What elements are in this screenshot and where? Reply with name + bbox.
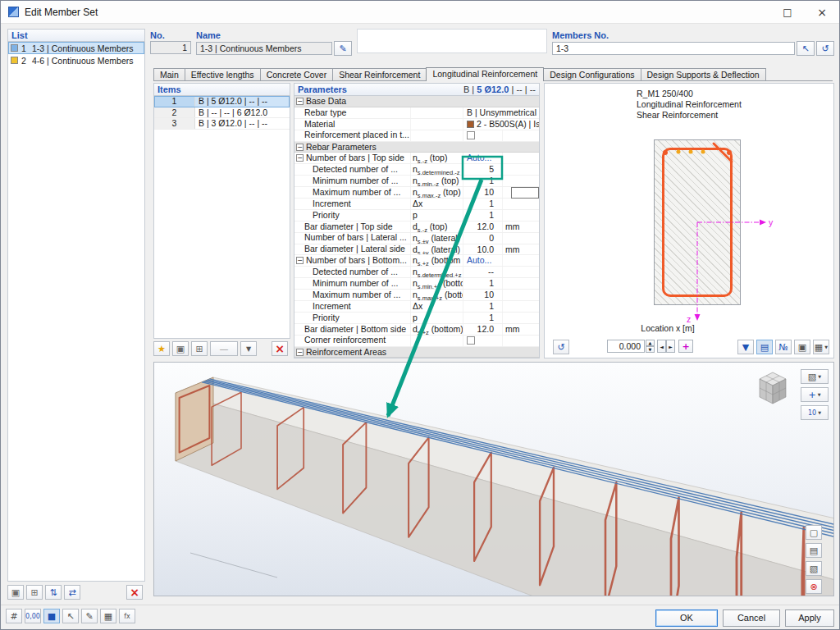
collapse-icon[interactable]: − <box>296 154 304 162</box>
apply-button[interactable]: Apply <box>785 609 834 627</box>
coordinate-systems-button[interactable]: +▼ <box>801 387 829 402</box>
ok-button[interactable]: OK <box>655 609 718 627</box>
parameter-row[interactable]: Number of bars | Lateral ...ns,±y (later… <box>294 233 539 244</box>
numbering-button[interactable]: № <box>775 340 792 354</box>
parameter-row[interactable]: IncrementΔx1 <box>294 199 539 210</box>
formula-button[interactable]: fx <box>119 609 135 623</box>
display-properties-button[interactable]: ▧▼ <box>801 369 829 384</box>
location-step-forward[interactable]: ► <box>666 340 675 353</box>
result-tables-button[interactable]: ▦ <box>100 609 116 623</box>
item-row[interactable]: 1B | 5 Ø12.0 | -- | -- <box>154 96 290 107</box>
clipping-box-button[interactable]: ▧ <box>806 561 822 576</box>
print-3d-button[interactable]: ▤ <box>806 543 822 558</box>
tab-design-configurations[interactable]: Design Configurations <box>543 68 641 80</box>
view-settings-button[interactable]: ▤ <box>756 340 773 354</box>
location-step-back[interactable]: ◄ <box>657 340 666 353</box>
close-button[interactable]: × <box>805 1 839 24</box>
parameter-section[interactable]: −Rebar Parameters <box>294 142 539 153</box>
parameter-row[interactable]: Material2 - B500S(A) | Is... <box>294 119 539 130</box>
parameter-row[interactable]: Maximum number of ...ns,max,+z (bottom)1… <box>294 290 539 301</box>
extend-item-button[interactable]: — <box>210 341 238 356</box>
parameter-value[interactable]: Auto... <box>463 153 503 163</box>
list-entry[interactable]: 11-3 | Continuous Members <box>8 42 144 54</box>
cancel-button[interactable]: Cancel <box>723 609 780 627</box>
pin-location-button[interactable]: + <box>678 340 693 353</box>
parameter-value[interactable]: 2 - B500S(A) | Is... <box>463 119 539 130</box>
reset-members-button[interactable]: ↺ <box>816 41 834 56</box>
parameter-row[interactable]: Minimum number of ...ns,min,-z (top)1 <box>294 176 539 187</box>
delete-entry-button[interactable]: × <box>126 585 143 600</box>
location-spin-up[interactable]: ▲ <box>646 340 655 346</box>
parameter-value[interactable]: Auto... <box>463 255 503 266</box>
tab-main[interactable]: Main <box>153 68 185 80</box>
tab-effective-lengths[interactable]: Effective lengths <box>185 68 261 80</box>
section-preview-panel[interactable]: R_M1 250/400 Longitudinal Reinforcement … <box>544 83 834 358</box>
members-no-field[interactable]: 1-3 <box>552 42 795 55</box>
parameter-row[interactable]: Corner reinforcement <box>294 336 539 347</box>
items-more-button[interactable]: ▼ <box>240 341 257 356</box>
parameter-value[interactable]: 0 <box>463 233 503 244</box>
parameter-value[interactable]: 1 <box>463 210 503 221</box>
parameter-row[interactable]: Maximum number of ...ns,max,-z (top)10 <box>294 187 539 199</box>
edit-tool-button[interactable]: ✎ <box>81 609 98 623</box>
parameter-row[interactable]: −Number of bars | Top sidens,-z (top)Aut… <box>294 153 539 164</box>
print-graphic-button[interactable]: ▦▼ <box>813 340 829 354</box>
new-item-button[interactable]: ★ <box>153 341 170 356</box>
parameter-row[interactable]: IncrementΔx1 <box>294 301 539 313</box>
tab-longitudinal-reinforcement[interactable]: Longitudinal Reinforcement <box>426 67 544 81</box>
copy-graphic-button[interactable]: ▣ <box>794 340 810 354</box>
units-button[interactable]: 0,00 <box>25 609 41 623</box>
parameter-row[interactable]: Priorityp1 <box>294 313 539 324</box>
import-entries-button[interactable]: ⇅ <box>45 585 62 600</box>
parameter-row[interactable]: Rebar typeB | Unsymmetrical <box>294 107 539 119</box>
parameter-row[interactable]: Bar diameter | Bottom sideds,+z (bottom)… <box>294 324 539 336</box>
maximize-button[interactable]: □ <box>770 1 805 24</box>
zoom-off-button[interactable]: ⊗ <box>806 579 822 594</box>
filter-button[interactable]: ▼ <box>737 340 754 354</box>
parameter-row[interactable]: Priorityp1 <box>294 210 539 221</box>
list-entry[interactable]: 24-6 | Continuous Members <box>8 54 144 66</box>
parameter-section[interactable]: −Base Data <box>294 96 539 107</box>
copy-item-button[interactable]: ▣ <box>172 341 189 356</box>
parameter-row[interactable]: Detected number of ...ns,determined,-z (… <box>294 164 539 176</box>
parameter-row[interactable]: Reinforcement placed in t... <box>294 130 539 142</box>
delete-item-button[interactable]: × <box>272 341 288 356</box>
parameter-value[interactable]: 5 <box>463 164 503 175</box>
item-row[interactable]: 3B | 3 Ø12.0 | -- | -- <box>154 118 290 130</box>
checkbox[interactable] <box>467 131 475 139</box>
copy-item-settings-button[interactable]: ⊞ <box>191 341 208 356</box>
parameter-row[interactable]: Detected number of ...ns,determined,+z (… <box>294 267 539 278</box>
collapse-icon[interactable]: − <box>296 98 304 105</box>
renumber-entries-button[interactable]: ⇄ <box>64 585 80 600</box>
mouse-mode-button[interactable]: ▢ <box>806 525 822 540</box>
parameter-value[interactable]: 12.0 <box>463 221 503 232</box>
font-size-button[interactable]: 10▼ <box>801 405 829 420</box>
parameter-row[interactable]: −Number of bars | Bottom...ns,+z (bottom… <box>294 255 539 267</box>
parameter-value[interactable]: 10 <box>463 290 503 300</box>
parameter-row[interactable]: Bar diameter | Lateral sideds,±y (latera… <box>294 244 539 256</box>
parameter-value[interactable]: -- <box>463 267 503 277</box>
parameter-value[interactable]: 12.0 <box>463 324 503 335</box>
duplicate-entry-button[interactable]: ⊞ <box>26 585 43 600</box>
parameter-value[interactable]: 10 <box>463 187 503 198</box>
parameter-row[interactable]: Bar diameter | Top sideds,-z (top)12.0mm <box>294 221 539 233</box>
collapse-icon[interactable]: − <box>296 349 304 356</box>
tab-concrete-cover[interactable]: Concrete Cover <box>260 68 334 80</box>
parameter-value[interactable]: 1 <box>463 278 503 289</box>
navigation-cube[interactable] <box>751 368 794 409</box>
select-box-button[interactable]: ■ <box>43 609 60 623</box>
copy-entry-button[interactable]: ▣ <box>7 585 24 600</box>
collapse-icon[interactable]: − <box>296 144 304 151</box>
edit-name-button[interactable]: ✎ <box>334 41 352 56</box>
tab-design-supports-deflection[interactable]: Design Supports & Deflection <box>641 68 766 80</box>
parameter-value[interactable]: 1 <box>463 301 503 312</box>
pick-object-button[interactable]: ↖ <box>62 609 79 623</box>
tab-shear-reinforcement[interactable]: Shear Reinforcement <box>332 68 427 80</box>
parameter-value[interactable]: 10.0 <box>463 244 503 255</box>
parameter-value[interactable]: 1 <box>463 199 503 209</box>
parameter-row[interactable]: Minimum number of ...ns,min,+z (bottom)1 <box>294 278 539 290</box>
inline-edit-field[interactable] <box>511 187 539 199</box>
pick-members-button[interactable]: ↖ <box>797 41 815 56</box>
parameter-value[interactable]: 1 <box>463 313 503 323</box>
parameter-value[interactable]: 1 <box>463 176 503 186</box>
